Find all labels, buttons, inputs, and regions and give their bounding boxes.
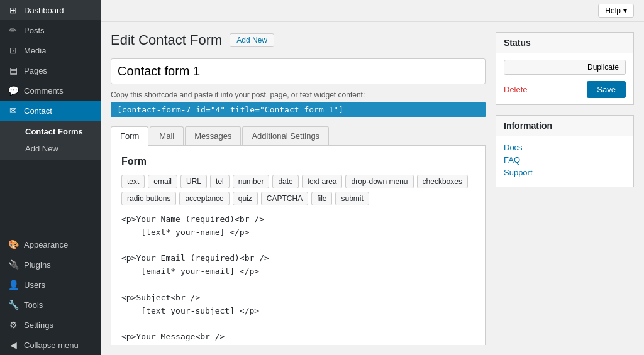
duplicate-button[interactable]: Duplicate — [504, 60, 626, 75]
left-column: Edit Contact Form Add New Copy this shor… — [111, 32, 496, 345]
tag-button-radio-buttons[interactable]: radio buttons — [121, 192, 176, 205]
tag-button-text-area[interactable]: text area — [302, 175, 343, 188]
tag-buttons-row: textemailURLtelnumberdatetext areadrop-d… — [121, 175, 475, 205]
topbar: Help ▾ — [101, 0, 644, 22]
sidebar-item-tools[interactable]: 🔧 Tools — [0, 295, 101, 315]
content-area: Edit Contact Form Add New Copy this shor… — [101, 22, 644, 355]
sidebar-sub-menu: Contact Forms Add New — [0, 121, 101, 160]
tag-button-checkboxes[interactable]: checkboxes — [417, 175, 468, 188]
page-title-row: Edit Contact Form Add New — [111, 32, 486, 48]
appearance-icon: 🎨 — [8, 239, 19, 249]
form-name-input[interactable] — [111, 58, 486, 84]
users-icon: 👤 — [8, 280, 19, 290]
status-box-title: Status — [496, 33, 633, 53]
tab-messages[interactable]: Messages — [185, 126, 241, 145]
sidebar-item-label: Contact — [24, 106, 52, 116]
contact-icon: ✉ — [8, 106, 19, 116]
delete-link[interactable]: Delete — [504, 85, 528, 94]
tag-button-captcha[interactable]: CAPTCHA — [261, 192, 308, 205]
info-box-content: DocsFAQSupport — [496, 136, 633, 187]
sidebar-item-label: Media — [24, 46, 46, 55]
plugins-icon: 🔌 — [8, 259, 19, 270]
posts-icon: ✏ — [8, 25, 19, 35]
sidebar-item-label: Settings — [24, 320, 53, 330]
tab-mail[interactable]: Mail — [150, 126, 184, 145]
help-chevron-icon: ▾ — [623, 6, 627, 15]
form-panel: Form textemailURLtelnumberdatetext aread… — [111, 146, 486, 345]
sidebar-item-label: Posts — [24, 26, 45, 35]
sidebar-item-label: Tools — [24, 300, 43, 310]
sidebar-item-posts[interactable]: ✏ Posts — [0, 20, 101, 40]
tools-icon: 🔧 — [8, 300, 19, 310]
add-new-button[interactable]: Add New — [230, 33, 274, 47]
sidebar-item-contact-forms[interactable]: Contact Forms — [0, 123, 101, 140]
right-column: Status Duplicate Delete Save Information… — [496, 32, 634, 345]
tag-button-url[interactable]: URL — [180, 175, 207, 188]
shortcode-value[interactable]: [contact-form-7 id="4" title="Contact fo… — [111, 102, 486, 117]
tag-button-acceptance[interactable]: acceptance — [179, 192, 229, 205]
sidebar-item-media[interactable]: ⊡ Media — [0, 40, 101, 60]
tag-button-text[interactable]: text — [121, 175, 145, 188]
sidebar-item-label: Appearance — [24, 240, 68, 249]
sidebar-item-add-new[interactable]: Add New — [0, 140, 101, 157]
form-code-area[interactable]: <p>Your Name (required)<br /> [text* you… — [121, 213, 475, 345]
info-link-docs[interactable]: Docs — [504, 143, 626, 152]
shortcode-label: Copy this shortcode and paste it into yo… — [111, 90, 486, 99]
sidebar-item-label: Comments — [24, 86, 64, 96]
sidebar-item-label: Users — [24, 280, 45, 290]
sidebar: ⊞ Dashboard ✏ Posts ⊡ Media ▤ Pages 💬 Co… — [0, 0, 101, 355]
info-link-faq[interactable]: FAQ — [504, 155, 626, 165]
tag-button-drop-down-menu[interactable]: drop-down menu — [345, 175, 413, 188]
tag-button-submit[interactable]: submit — [335, 192, 369, 205]
sidebar-item-plugins[interactable]: 🔌 Plugins — [0, 254, 101, 275]
status-box-content: Duplicate Delete Save — [496, 53, 633, 104]
help-button[interactable]: Help ▾ — [598, 4, 634, 18]
tag-button-quiz[interactable]: quiz — [233, 192, 258, 205]
tag-button-tel[interactable]: tel — [210, 175, 230, 188]
help-label: Help — [605, 6, 621, 15]
sidebar-bottom: 🎨 Appearance 🔌 Plugins 👤 Users 🔧 Tools ⚙… — [0, 234, 101, 355]
sidebar-item-dashboard[interactable]: ⊞ Dashboard — [0, 0, 101, 20]
tab-additional-settings[interactable]: Additional Settings — [242, 126, 329, 145]
dashboard-icon: ⊞ — [8, 5, 19, 15]
sidebar-item-appearance[interactable]: 🎨 Appearance — [0, 234, 101, 254]
info-box-title: Information — [496, 116, 633, 136]
tag-button-number[interactable]: number — [233, 175, 270, 188]
tag-button-email[interactable]: email — [148, 175, 177, 188]
comments-icon: 💬 — [8, 85, 19, 96]
sidebar-item-label: Pages — [24, 66, 47, 75]
media-icon: ⊡ — [8, 45, 19, 55]
info-box: Information DocsFAQSupport — [496, 115, 634, 187]
status-box: Status Duplicate Delete Save — [496, 32, 634, 105]
sidebar-item-settings[interactable]: ⚙ Settings — [0, 315, 101, 335]
sidebar-item-collapse[interactable]: ◀ Collapse menu — [0, 335, 101, 355]
tabs-row: Form Mail Messages Additional Settings — [111, 126, 486, 146]
tab-form[interactable]: Form — [111, 126, 148, 146]
sidebar-item-users[interactable]: 👤 Users — [0, 275, 101, 295]
page-title: Edit Contact Form — [111, 32, 222, 48]
sidebar-item-label: Dashboard — [24, 6, 64, 15]
tag-button-date[interactable]: date — [272, 175, 298, 188]
settings-icon: ⚙ — [8, 320, 19, 330]
sidebar-item-comments[interactable]: 💬 Comments — [0, 80, 101, 101]
status-actions: Delete Save — [504, 81, 626, 98]
save-button[interactable]: Save — [587, 81, 626, 98]
info-link-support[interactable]: Support — [504, 168, 626, 177]
sidebar-item-label: Plugins — [24, 260, 51, 270]
tag-button-file[interactable]: file — [311, 192, 332, 205]
sidebar-item-label: Collapse menu — [24, 341, 79, 350]
sidebar-item-contact[interactable]: ✉ Contact — [0, 101, 101, 121]
pages-icon: ▤ — [8, 65, 19, 75]
form-panel-title: Form — [121, 156, 475, 167]
main-area: Help ▾ Edit Contact Form Add New Copy th… — [101, 0, 644, 355]
sidebar-item-pages[interactable]: ▤ Pages — [0, 60, 101, 80]
collapse-icon: ◀ — [8, 340, 19, 350]
